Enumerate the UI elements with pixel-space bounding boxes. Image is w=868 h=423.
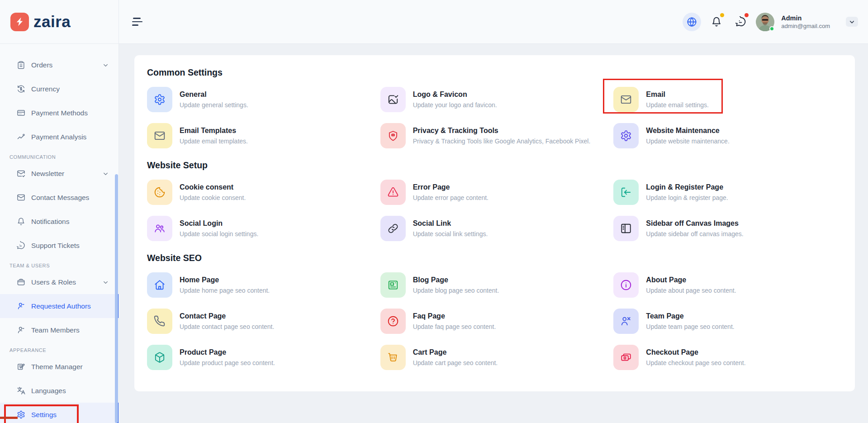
sidebar-item-requested-authors[interactable]: Requested Authors	[0, 294, 119, 318]
setting-item-team-page[interactable]: Team PageUpdate team page seo content.	[613, 309, 842, 334]
section-heading-common-settings: Common Settings	[147, 67, 842, 78]
setting-item-login-register-page[interactable]: Login & Register PageUpdate login & regi…	[613, 180, 842, 205]
setting-item-title: Social Login	[180, 219, 258, 228]
setting-item-text: About PageUpdate about page seo content.	[646, 276, 736, 294]
setting-item-title: General	[180, 90, 248, 99]
setting-item-error-page[interactable]: Error PageUpdate error page content.	[380, 180, 609, 205]
sidebar-item-settings[interactable]: Settings	[0, 403, 119, 423]
gear-icon	[147, 87, 172, 112]
notification-badge	[720, 13, 724, 17]
sidebar-item-users-roles[interactable]: Users & Roles	[0, 270, 119, 294]
sidebar-scrollbar[interactable]	[115, 174, 118, 423]
setting-item-cart-page[interactable]: Cart PageUpdate cart page seo content.	[380, 345, 609, 370]
setting-item-faq-page[interactable]: Faq PageUpdate faq page seo content.	[380, 309, 609, 334]
setting-item-text: Product PageUpdate product page seo cont…	[180, 348, 275, 366]
sidebar-item-label: Theme Manager	[31, 363, 83, 371]
message-badge	[745, 13, 749, 17]
setting-item-website-maintenance[interactable]: Website MaintenanceUpdate website mainte…	[613, 123, 842, 148]
user-menu-button[interactable]	[846, 17, 858, 27]
user-avatar[interactable]	[756, 13, 774, 31]
setting-item-blog-page[interactable]: Blog PageUpdate blog page seo content.	[380, 272, 609, 298]
nav-section-label-team-users: TEAM & USERS	[0, 261, 119, 270]
setting-item-social-link[interactable]: Social LinkUpdate social link settings.	[380, 216, 609, 241]
setting-item-text: Privacy & Tracking ToolsPrivacy & Tracki…	[413, 127, 591, 145]
sidebar-item-newsletter[interactable]: Newsletter	[0, 162, 119, 185]
setting-item-cookie-consent[interactable]: Cookie consentUpdate cookie consent.	[147, 180, 376, 205]
nav-section-label-communication: COMMUNICATION	[0, 152, 119, 162]
sidebar-item-label: Team Members	[31, 326, 80, 334]
info-icon	[613, 272, 639, 298]
section-grid: Cookie consentUpdate cookie consent.Erro…	[147, 180, 842, 241]
setting-item-title: Sidebar off Canvas Images	[646, 219, 743, 228]
setting-item-privacy-tracking-tools[interactable]: Privacy & Tracking ToolsPrivacy & Tracki…	[380, 123, 609, 148]
sidebar-item-contact-messages[interactable]: Contact Messages	[0, 185, 119, 209]
help-icon	[380, 309, 406, 334]
sidebar: zaira OrdersCurrencyPayment MethodsPayme…	[0, 0, 119, 423]
setting-item-about-page[interactable]: About PageUpdate about page seo content.	[613, 272, 842, 298]
user-icon	[17, 326, 25, 334]
setting-item-description: Update cart page seo content.	[413, 359, 498, 366]
sidebar-item-team-members[interactable]: Team Members	[0, 318, 119, 342]
setting-item-text: Home PageUpdate home page seo content.	[180, 276, 270, 294]
setting-item-description: Update login & register page.	[646, 194, 728, 201]
mail-icon	[17, 193, 25, 202]
section-grid: GeneralUpdate general settings.Logo & Fa…	[147, 87, 842, 148]
user-info: Admin admin@gmail.com	[781, 14, 830, 29]
sidebar-item-theme-manager[interactable]: Theme Manager	[0, 355, 119, 379]
sidebar-item-payment-methods[interactable]: Payment Methods	[0, 101, 119, 125]
sidebar-item-currency[interactable]: Currency	[0, 77, 119, 101]
setting-item-title: Privacy & Tracking Tools	[413, 127, 591, 135]
messages-button[interactable]	[731, 13, 750, 31]
setting-item-description: Update general settings.	[180, 101, 248, 109]
sidebar-item-label: Notifications	[31, 218, 69, 226]
languages-icon	[17, 386, 25, 395]
setting-item-sidebar-off-canvas-images[interactable]: Sidebar off Canvas ImagesUpdate sidebar …	[613, 216, 842, 241]
user-icon	[17, 302, 25, 310]
setting-item-product-page[interactable]: Product PageUpdate product page seo cont…	[147, 345, 376, 370]
setting-item-logo-favicon[interactable]: Logo & FaviconUpdate your logo and favic…	[380, 87, 609, 112]
bell-icon	[711, 16, 722, 27]
setting-item-text: Login & Register PageUpdate login & regi…	[646, 183, 728, 201]
online-status-dot	[769, 26, 774, 31]
setting-item-home-page[interactable]: Home PageUpdate home page seo content.	[147, 272, 376, 298]
setting-item-description: Update home page seo content.	[180, 287, 270, 294]
setting-item-email[interactable]: EmailUpdate email settings.	[613, 87, 842, 112]
setting-item-email-templates[interactable]: Email TemplatesUpdate email templates.	[147, 123, 376, 148]
setting-item-checkout-page[interactable]: Checkout PageUpdate checkout page seo co…	[613, 345, 842, 370]
top-header: Admin admin@gmail.com	[119, 0, 868, 44]
credit-card-icon	[17, 109, 25, 117]
setting-item-title: Product Page	[180, 348, 275, 356]
setting-item-text: Cart PageUpdate cart page seo content.	[413, 348, 498, 366]
setting-item-social-login[interactable]: Social LoginUpdate social login settings…	[147, 216, 376, 241]
sidebar-item-payment-analysis[interactable]: Payment Analysis	[0, 125, 119, 149]
login-icon	[613, 180, 639, 205]
setting-item-text: Error PageUpdate error page content.	[413, 183, 489, 201]
sidebar-item-label: Payment Methods	[31, 109, 88, 117]
section-heading-website-seo: Website SEO	[147, 253, 842, 263]
setting-item-text: Sidebar off Canvas ImagesUpdate sidebar …	[646, 219, 743, 238]
currency-icon	[17, 85, 25, 93]
sidebar-item-languages[interactable]: Languages	[0, 379, 119, 403]
setting-item-description: Privacy & Tracking Tools like Google Ana…	[413, 138, 591, 145]
setting-item-title: Contact Page	[180, 312, 274, 320]
notifications-button[interactable]	[707, 13, 726, 31]
sidebar-item-label: Orders	[31, 61, 52, 69]
settings-card: Common SettingsGeneralUpdate general set…	[134, 55, 855, 391]
sidebar-item-notifications[interactable]: Notifications	[0, 209, 119, 233]
setting-item-contact-page[interactable]: Contact PageUpdate contact page seo cont…	[147, 309, 376, 334]
user-email: admin@gmail.com	[781, 23, 830, 29]
setting-item-text: Team PageUpdate team page seo content.	[646, 312, 734, 330]
sidebar-item-label: Newsletter	[31, 170, 64, 178]
setting-item-general[interactable]: GeneralUpdate general settings.	[147, 87, 376, 112]
setting-item-description: Update team page seo content.	[646, 323, 734, 330]
sidebar-item-orders[interactable]: Orders	[0, 53, 119, 77]
sidebar-item-label: Support Tickets	[31, 242, 80, 250]
sidebar-item-support-tickets[interactable]: Support Tickets	[0, 233, 119, 257]
language-globe-button[interactable]	[683, 13, 701, 31]
gear-icon	[17, 410, 25, 419]
menu-toggle-icon[interactable]	[131, 16, 143, 28]
mail-icon	[613, 87, 639, 112]
phone-icon	[147, 309, 172, 334]
cash-icon	[613, 345, 639, 370]
brand-logo[interactable]: zaira	[0, 0, 119, 44]
